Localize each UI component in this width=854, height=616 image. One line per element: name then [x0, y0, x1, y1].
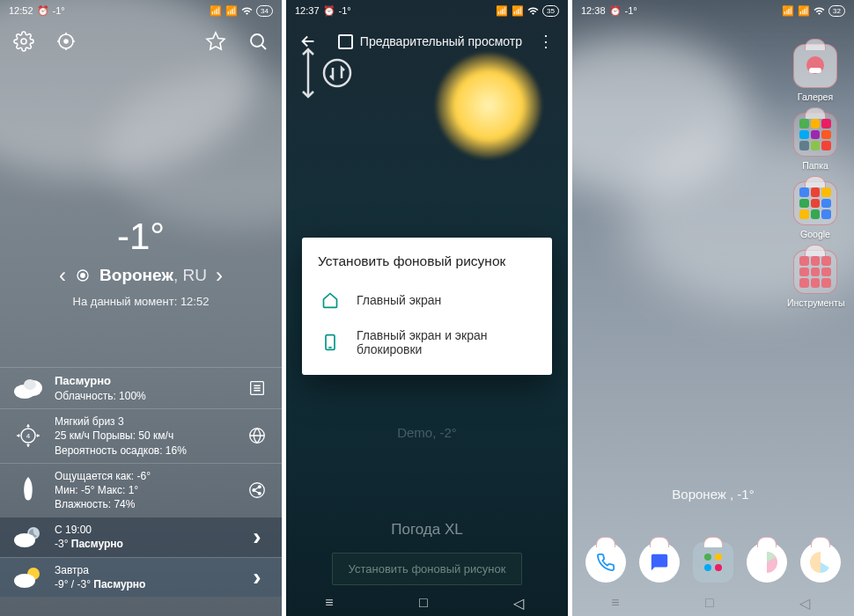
svg-point-14 [250, 483, 265, 498]
feels-like-icon [12, 475, 44, 505]
svg-point-4 [251, 34, 263, 47]
wifi-icon [241, 5, 253, 17]
signal-icon: 📶 [210, 5, 222, 17]
country-code: RU [182, 266, 206, 284]
widget-title: Погода XL [313, 521, 541, 539]
settings-button[interactable] [12, 30, 35, 53]
feels-like-label: Ощущается как: -6° [55, 469, 234, 483]
feels-like-row[interactable]: Ощущается как: -6° Мин: -5° Макс: 1° Вла… [0, 463, 282, 517]
svg-point-22 [324, 60, 350, 86]
tonight-row[interactable]: С 19:00 -3° Пасмурно › [0, 517, 282, 556]
wifi-icon [527, 5, 539, 17]
dock [572, 542, 854, 583]
cloudy-icon [12, 376, 44, 400]
dock-browser-2[interactable] [800, 542, 841, 583]
precip-chance: Вероятность осадков: 16% [55, 444, 234, 458]
folder-icon [793, 250, 837, 294]
share-icon[interactable] [245, 480, 269, 500]
option-home-screen[interactable]: Главный экран [318, 282, 536, 319]
signal-icon: 📶 [512, 5, 524, 17]
set-wallpaper-button[interactable]: Установить фоновый рисунок [332, 553, 523, 585]
dock-messages[interactable] [639, 542, 680, 583]
location-pin-icon [75, 268, 91, 283]
dock-folder[interactable] [693, 542, 733, 583]
city-name: Воронеж [99, 266, 173, 284]
svg-text:4: 4 [26, 432, 31, 440]
condition-title: Пасмурно [55, 373, 234, 389]
gallery-icon [793, 44, 837, 88]
wind-compass-icon: 4 [12, 422, 44, 449]
folder-icon [793, 181, 837, 225]
asof-label: На данный момент: [73, 295, 178, 308]
svg-point-19 [14, 533, 35, 547]
svg-point-21 [14, 574, 35, 588]
tonight-temp: -3° [55, 538, 68, 550]
dock-phone[interactable] [585, 542, 626, 583]
preview-checkbox[interactable]: Предварительный просмотр [332, 34, 522, 49]
cloudiness-label: Облачность: 100% [55, 389, 234, 403]
option-home-and-lock[interactable]: Главный экран и экран блокировки [318, 319, 536, 366]
search-button[interactable] [247, 30, 269, 53]
current-temp: -1° [0, 216, 282, 258]
nav-recents[interactable]: ≡ [39, 595, 55, 611]
signal-icon: 📶 [798, 5, 810, 17]
tomorrow-label: Завтра [55, 563, 234, 577]
nav-home[interactable]: □ [133, 595, 149, 611]
preview-label: Предварительный просмотр [360, 34, 522, 48]
condition-row[interactable]: Пасмурно Облачность: 100% [0, 367, 282, 408]
more-button[interactable]: ⋮ [534, 32, 557, 51]
locate-button[interactable] [55, 30, 77, 53]
wifi-icon [814, 5, 825, 17]
prev-location-button[interactable]: ‹ [59, 263, 66, 288]
nav-back[interactable]: ◁ [227, 595, 243, 612]
details-icon[interactable] [245, 378, 269, 398]
chevron-right-icon: › [245, 523, 269, 551]
nav-recents[interactable]: ≡ [325, 595, 341, 611]
nav-back[interactable]: ◁ [799, 595, 815, 612]
night-cloudy-icon [12, 524, 44, 549]
alarm-icon: ⏰ [609, 5, 622, 17]
minmax-label: Мин: -5° Макс: 1° [55, 483, 234, 497]
navbar: ≡ □ ◁ [286, 590, 568, 616]
status-time: 12:38 [581, 5, 606, 16]
navbar: ≡ □ ◁ [0, 590, 282, 616]
phone-icon [321, 334, 339, 351]
nav-home[interactable]: □ [705, 595, 721, 611]
signal-icon: 📶 [782, 5, 794, 17]
status-temp: -1° [53, 5, 65, 16]
favorite-button[interactable] [204, 30, 227, 53]
app-folder[interactable]: Папка [787, 113, 843, 171]
app-label: Папка [787, 160, 843, 171]
option-label: Главный экран [357, 293, 441, 307]
wind-row[interactable]: 4 Мягкий бриз 3 25 км/ч Порывы: 50 км/ч … [0, 408, 282, 463]
app-tools-folder[interactable]: Инструменты [787, 250, 843, 308]
dialog-title: Установить фоновый рисунок [318, 253, 536, 269]
checkbox-icon [338, 34, 353, 49]
svg-point-0 [21, 39, 26, 44]
statusbar: 12:52 ⏰ -1° 📶 📶 34 [0, 0, 282, 21]
app-gallery[interactable]: Галерея [787, 44, 843, 102]
weather-app-screen: 12:52 ⏰ -1° 📶 📶 34 [0, 0, 282, 616]
nav-recents[interactable]: ≡ [611, 595, 627, 611]
alarm-icon: ⏰ [323, 5, 335, 17]
next-location-button[interactable]: › [216, 263, 223, 288]
app-google-folder[interactable]: Google [787, 181, 843, 239]
app-label: Google [787, 229, 843, 239]
globe-icon[interactable] [245, 426, 269, 445]
svg-point-2 [64, 40, 68, 43]
weather-widget[interactable]: Воронеж , -1° [572, 487, 854, 502]
battery-icon: 32 [828, 5, 845, 17]
app-label: Инструменты [787, 297, 843, 308]
svg-point-26 [704, 554, 711, 561]
nav-back[interactable]: ◁ [513, 595, 529, 612]
statusbar: 12:38 ⏰ -1° 📶 📶 32 [572, 0, 854, 21]
wind-desc: Мягкий бриз 3 [55, 414, 234, 429]
dock-browser[interactable] [747, 542, 787, 583]
nav-home[interactable]: □ [419, 595, 435, 611]
humidity-label: Влажность: 74% [55, 497, 234, 511]
wind-speed: 25 км/ч Порывы: 50 км/ч [55, 429, 234, 443]
home-screen: 12:38 ⏰ -1° 📶 📶 32 Галерея Папка [572, 0, 854, 616]
back-button[interactable] [297, 30, 320, 53]
svg-point-29 [715, 564, 722, 571]
option-label: Главный экран и экран блокировки [357, 328, 533, 356]
